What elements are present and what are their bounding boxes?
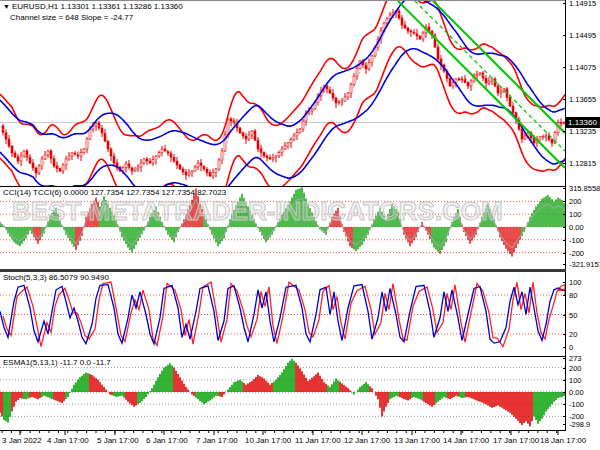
axis-label: 200 <box>569 364 582 373</box>
axis-label: 0 <box>569 343 573 352</box>
axis-tick <box>563 334 566 335</box>
time-label: 13 Jan 17:00 <box>394 436 440 445</box>
chart-plot-area[interactable]: ▼EURUSD,H1 1.13301 1.13361 1.13286 1.133… <box>0 0 566 431</box>
time-axis[interactable]: 3 Jan 20224 Jan 17:005 Jan 17:006 Jan 17… <box>0 431 600 450</box>
axis-label: 1.14075 <box>569 63 596 72</box>
esma-chart-canvas[interactable] <box>0 357 565 430</box>
cci-pane[interactable]: CCI(14) TCCI(6) 0.0000 127.7354 127.7354… <box>0 187 565 269</box>
axis-label: -321.9157 <box>569 260 600 269</box>
axis-label: 0.00 <box>569 223 584 232</box>
time-label: 3 Jan 2022 <box>2 436 42 445</box>
price-axis[interactable]: 1.13360 1.149151.144951.140751.136551.13… <box>566 0 600 431</box>
axis-label: 315.8558 <box>569 184 600 193</box>
axis-label: 1.12815 <box>569 159 596 168</box>
axis-label: 273 <box>569 354 582 363</box>
axis-tick <box>563 315 566 316</box>
axis-label: 100 <box>569 376 582 385</box>
price-pane[interactable]: ▼EURUSD,H1 1.13301 1.13361 1.13286 1.133… <box>0 0 565 186</box>
axis-tick <box>563 368 566 369</box>
axis-tick <box>563 35 566 36</box>
axis-tick <box>563 282 566 283</box>
axis-tick <box>563 416 566 417</box>
axis-tick <box>563 163 566 164</box>
esma-pane[interactable]: ESMA1(5,13,1) -11.7 0.0 -11.7 <box>0 357 565 430</box>
time-label: 4 Jan 17:00 <box>47 436 89 445</box>
axis-label: 50 <box>569 311 577 320</box>
axis-tick <box>563 3 566 4</box>
mt4-chart-window: ▼EURUSD,H1 1.13301 1.13361 1.13286 1.133… <box>0 0 600 450</box>
time-label: 5 Jan 17:00 <box>97 436 139 445</box>
cci-chart-canvas[interactable] <box>0 187 565 269</box>
axis-label: 0.00 <box>569 388 584 397</box>
axis-label: 1.13655 <box>569 95 596 104</box>
axis-tick <box>563 404 566 405</box>
symbol-header: ▼EURUSD,H1 1.13301 1.13361 1.13286 1.133… <box>3 2 183 11</box>
axis-label: 1.13235 <box>569 127 596 136</box>
axis-label: 80 <box>569 291 577 300</box>
axis-tick <box>563 201 566 202</box>
symbol-dropdown-icon[interactable]: ▼ <box>3 3 10 10</box>
axis-tick <box>563 227 566 228</box>
axis-tick <box>563 264 566 265</box>
time-label: 6 Jan 17:00 <box>146 436 188 445</box>
stochastic-pane[interactable]: Stoch(5,3,3) 86.5079 90.9490 <box>0 272 565 356</box>
axis-label: 20 <box>569 330 577 339</box>
time-label: 7 Jan 17:00 <box>196 436 238 445</box>
axis-tick <box>563 424 566 425</box>
stochastic-indicator-label: Stoch(5,3,3) 86.5079 90.9490 <box>3 273 109 282</box>
esma-indicator-label: ESMA1(5,13,1) -11.7 0.0 -11.7 <box>3 358 111 367</box>
axis-tick <box>563 380 566 381</box>
time-label: 12 Jan 17:00 <box>344 436 390 445</box>
axis-tick <box>563 392 566 393</box>
axis-tick <box>563 99 566 100</box>
axis-tick <box>563 358 566 359</box>
axis-tick <box>563 131 566 132</box>
axis-label: -298.9 <box>569 420 590 429</box>
time-label: 17 Jan 17:00 <box>493 436 539 445</box>
symbol-ohlc-text: EURUSD,H1 1.13301 1.13361 1.13286 1.1336… <box>12 2 183 11</box>
channel-info-text: Channel size = 648 Slope = -24.77 <box>10 13 133 22</box>
time-label: 18 Jan 17:00 <box>540 436 586 445</box>
axis-label: 1.14915 <box>569 0 596 8</box>
stochastic-chart-canvas[interactable] <box>0 272 565 356</box>
axis-label: -100 <box>569 400 584 409</box>
time-label: 14 Jan 17:00 <box>443 436 489 445</box>
axis-tick <box>563 214 566 215</box>
axis-tick <box>563 67 566 68</box>
axis-tick <box>563 188 566 189</box>
axis-tick <box>563 253 566 254</box>
price-chart-canvas[interactable] <box>0 1 565 186</box>
axis-label: -100 <box>569 236 584 245</box>
time-label: 10 Jan 17:00 <box>245 436 291 445</box>
axis-label: 100 <box>569 210 582 219</box>
axis-label: 1.14495 <box>569 31 596 40</box>
axis-label: 100 <box>569 278 582 287</box>
axis-label: 200 <box>569 197 582 206</box>
axis-tick <box>563 347 566 348</box>
axis-label: -200 <box>569 249 584 258</box>
time-label: 11 Jan 17:00 <box>295 436 341 445</box>
axis-tick <box>563 295 566 296</box>
cci-indicator-label: CCI(14) TCCI(6) 0.0000 127.7354 127.7354… <box>3 188 226 197</box>
axis-tick <box>563 240 566 241</box>
